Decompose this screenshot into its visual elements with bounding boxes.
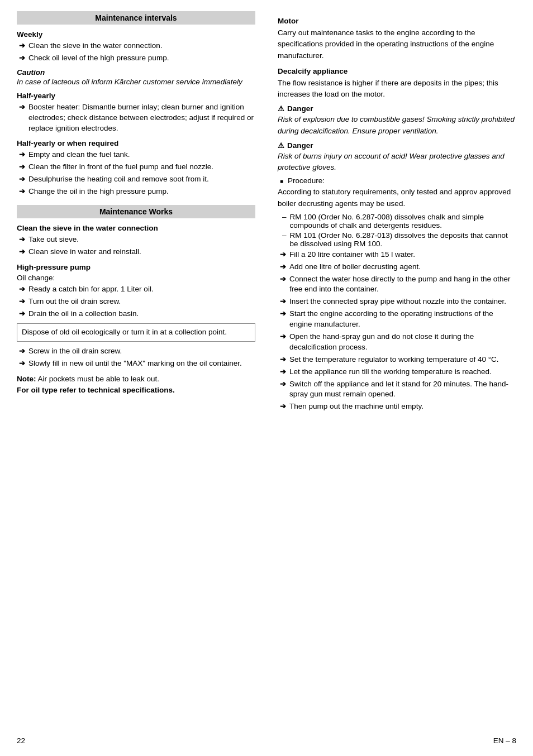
left-column: Maintenance intervals Weekly ➔ Clean the…: [17, 11, 261, 725]
square-icon: ■: [280, 178, 283, 184]
list-item: ➔ Start the engine according to the oper…: [278, 309, 516, 330]
list-item: – RM 101 (Order No. 6.287-013) dissolves…: [278, 231, 516, 248]
list-item: ➔ Drain the oil in a collection basin.: [17, 309, 255, 319]
clean-sieve-title: Clean the sieve in the water connection: [17, 224, 255, 232]
bullet-text: Insert the connected spray pipe without …: [289, 296, 516, 307]
maintenance-works-header: Maintenance Works: [17, 205, 255, 218]
bullet-text: Ready a catch bin for appr. 1 Liter oil.: [28, 284, 255, 295]
arrow-icon: ➔: [280, 380, 286, 388]
list-item: ➔ Screw in the oil drain screw.: [17, 346, 255, 357]
bullet-text: Empty and clean the fuel tank.: [28, 150, 255, 160]
note-bold-suffix: For oil type refer to technical specific…: [17, 386, 175, 394]
caution-title: Caution: [17, 68, 255, 76]
dash-icon: –: [282, 213, 287, 221]
dash-text: RM 100 (Order No. 6.287-008) dissolves c…: [290, 213, 516, 229]
high-pressure-pump-title: High-pressure pump: [17, 263, 255, 271]
list-item: ➔ Add one litre of boiler decrusting age…: [278, 262, 516, 272]
list-item: ➔ Clean the sieve in the water connectio…: [17, 41, 255, 51]
note-prefix: Note:: [17, 375, 36, 383]
list-item: ➔ Turn out the oil drain screw.: [17, 296, 255, 307]
bullet-text: Clean sieve in water and reinstall.: [28, 247, 255, 257]
procedure-item: ■ Procedure:: [278, 176, 516, 185]
bullet-text: Let the appliance run till the working t…: [289, 367, 516, 377]
right-column: Motor Carry out maintenance tasks to the…: [272, 11, 516, 725]
half-yearly-required-title: Half-yearly or when required: [17, 139, 255, 147]
arrow-icon: ➔: [19, 175, 25, 183]
footer-page-number: 22: [17, 736, 25, 745]
bullet-text: Set the temperature regulator to working…: [289, 355, 516, 365]
maintenance-intervals-header: Maintenance intervals: [17, 11, 255, 25]
arrow-icon: ➔: [19, 285, 25, 293]
arrow-icon: ➔: [280, 275, 286, 283]
list-item: ➔ Check oil level of the high pressure p…: [17, 53, 255, 64]
arrow-icon: ➔: [19, 359, 25, 367]
arrow-icon: ➔: [280, 402, 286, 410]
bullet-text: Check oil level of the high pressure pum…: [28, 53, 255, 64]
bullet-text: Turn out the oil drain screw.: [28, 296, 255, 307]
danger2-label: Danger: [287, 141, 313, 150]
arrow-icon: ➔: [19, 247, 25, 256]
warning-icon: ⚠: [278, 104, 284, 113]
list-item: ➔ Connect the water hose directly to the…: [278, 274, 516, 295]
procedure-label: Procedure:: [288, 176, 325, 185]
arrow-icon: ➔: [19, 309, 25, 318]
decalcify-text: The flow resistance is higher if there a…: [278, 78, 516, 101]
arrow-icon: ➔: [19, 54, 25, 62]
list-item: ➔ Clean the filter in front of the fuel …: [17, 162, 255, 173]
list-item: ➔ Fill a 20 litre container with 15 l wa…: [278, 250, 516, 260]
decalcify-title: Decalcify appliance: [278, 67, 516, 75]
weekly-title: Weekly: [17, 30, 255, 39]
bullet-text: Take out sieve.: [28, 235, 255, 245]
warning-icon: ⚠: [278, 141, 284, 150]
arrow-icon: ➔: [19, 187, 25, 195]
danger1-title: ⚠ Danger: [278, 104, 516, 113]
arrow-icon: ➔: [19, 297, 25, 305]
bullet-text: Fill a 20 litre container with 15 l wate…: [289, 250, 516, 260]
bullet-text: Booster heater: Dismantle burner inlay; …: [28, 102, 255, 134]
arrow-icon: ➔: [19, 347, 25, 355]
arrow-icon: ➔: [280, 355, 286, 363]
bullet-text: Slowly fill in new oil until the "MAX" m…: [28, 358, 255, 369]
list-item: ➔ Switch off the appliance and let it st…: [278, 379, 516, 400]
arrow-icon: ➔: [280, 297, 286, 305]
procedure-intro: According to statutory requirements, onl…: [278, 186, 516, 209]
motor-title: Motor: [278, 17, 516, 25]
list-item: – RM 100 (Order No. 6.287-008) dissolves…: [278, 213, 516, 229]
footer-section-number: EN – 8: [493, 736, 516, 745]
danger1-label: Danger: [287, 104, 313, 113]
list-item: ➔ Clean sieve in water and reinstall.: [17, 247, 255, 257]
two-column-layout: Maintenance intervals Weekly ➔ Clean the…: [17, 11, 516, 725]
dash-text: RM 101 (Order No. 6.287-013) dissolves t…: [290, 231, 516, 248]
list-item: ➔ Let the appliance run till the working…: [278, 367, 516, 377]
bullet-text: Add one litre of boiler decrusting agent…: [289, 262, 516, 272]
bullet-text: Desulphurise the heating coil and remove…: [28, 174, 255, 185]
page-footer: 22 EN – 8: [17, 736, 516, 745]
bullet-text: Drain the oil in a collection basin.: [28, 309, 255, 319]
bullet-text: Start the engine according to the operat…: [289, 309, 516, 330]
note-main-text: Air pockets must be able to leak out.: [36, 375, 160, 383]
list-item: ➔ Take out sieve.: [17, 235, 255, 245]
list-item: ➔ Slowly fill in new oil until the "MAX"…: [17, 358, 255, 369]
list-item: ➔ Insert the connected spray pipe withou…: [278, 296, 516, 307]
list-item: ➔ Desulphurise the heating coil and remo…: [17, 174, 255, 185]
bullet-text: Clean the filter in front of the fuel pu…: [28, 162, 255, 173]
arrow-icon: ➔: [280, 367, 286, 376]
bullet-text: Then pump out the machine until empty.: [289, 401, 516, 412]
danger1-text: Risk of explosion due to combustible gas…: [278, 114, 516, 137]
half-yearly-title: Half-yearly: [17, 92, 255, 100]
list-item: ➔ Set the temperature regulator to worki…: [278, 355, 516, 365]
list-item: ➔ Ready a catch bin for appr. 1 Liter oi…: [17, 284, 255, 295]
bullet-text: Clean the sieve in the water connection.: [28, 41, 255, 51]
danger2-text: Risk of burns injury on account of acid!…: [278, 151, 516, 174]
note-box: Dispose of old oil ecologically or turn …: [17, 323, 255, 342]
arrow-icon: ➔: [19, 150, 25, 159]
list-item: ➔ Change the oil in the high pressure pu…: [17, 186, 255, 197]
bullet-text: Screw in the oil drain screw.: [28, 346, 255, 357]
bullet-text: Open the hand-spray gun and do not close…: [289, 332, 516, 353]
list-item: ➔ Then pump out the machine until empty.: [278, 401, 516, 412]
arrow-icon: ➔: [280, 309, 286, 318]
list-item: ➔ Booster heater: Dismantle burner inlay…: [17, 102, 255, 134]
oil-change-label: Oil change:: [17, 274, 255, 282]
arrow-icon: ➔: [280, 250, 286, 259]
final-note: Note: Air pockets must be able to leak o…: [17, 374, 255, 396]
